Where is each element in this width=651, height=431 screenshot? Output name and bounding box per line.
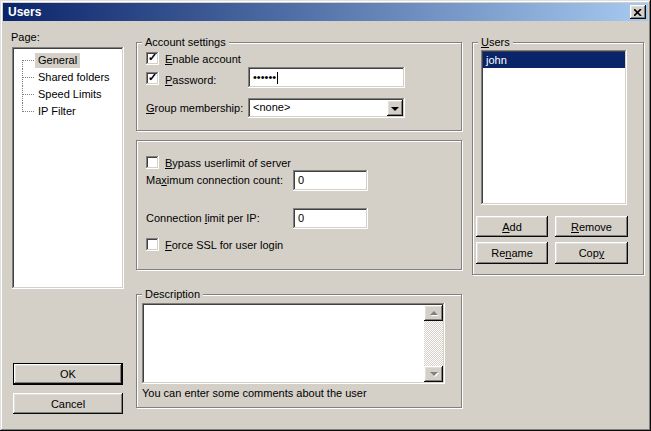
user-name: john xyxy=(486,54,507,66)
rename-button[interactable]: Rename xyxy=(476,242,548,264)
max-connection-value: 0 xyxy=(298,174,304,186)
scroll-up-button[interactable] xyxy=(424,305,443,321)
tree-item-label: General xyxy=(35,53,80,68)
group-membership-value: <none> xyxy=(253,101,290,113)
users-legend: Users xyxy=(478,36,513,48)
max-connection-label: Maximum connection count: xyxy=(146,170,283,191)
tree-item-shared-folders[interactable]: Shared folders xyxy=(12,69,124,86)
arrow-down-icon xyxy=(430,372,438,376)
tree-item-ip-filter[interactable]: IP Filter xyxy=(12,103,124,120)
group-membership-label: Group membership: xyxy=(146,102,243,114)
close-icon xyxy=(634,9,642,16)
connection-limit-ip-value: 0 xyxy=(298,212,304,224)
bypass-userlimit-checkbox[interactable] xyxy=(146,156,159,169)
enable-account-label: Enable account xyxy=(165,53,241,65)
description-textarea[interactable] xyxy=(142,303,445,384)
description-caption: You can enter some comments about the us… xyxy=(142,387,367,399)
scroll-down-button[interactable] xyxy=(424,366,443,382)
users-listbox[interactable]: john xyxy=(481,50,627,205)
tree-item-speed-limits[interactable]: Speed Limits xyxy=(12,86,124,103)
max-connection-input[interactable]: 0 xyxy=(293,170,368,191)
connection-limit-ip-input[interactable]: 0 xyxy=(293,208,368,229)
password-input[interactable]: •••••• xyxy=(248,67,405,88)
arrow-up-icon xyxy=(430,311,438,315)
ok-button[interactable]: OK xyxy=(13,363,123,385)
password-label: Password: xyxy=(165,74,216,86)
connection-limit-ip-label: Connection limit per IP: xyxy=(146,208,260,229)
password-value: •••••• xyxy=(253,71,276,83)
user-list-item[interactable]: john xyxy=(483,52,625,68)
group-membership-select[interactable]: <none> xyxy=(248,98,405,118)
dropdown-button[interactable] xyxy=(387,100,403,116)
page-label: Page: xyxy=(11,31,40,43)
text-cursor xyxy=(277,72,278,84)
vertical-scrollbar[interactable] xyxy=(424,305,443,382)
copy-button[interactable]: Copy xyxy=(555,242,628,264)
tree-item-label: Speed Limits xyxy=(35,87,105,102)
remove-button[interactable]: Remove xyxy=(555,216,628,237)
password-checkbox[interactable] xyxy=(146,72,159,85)
tree-item-general[interactable]: General xyxy=(12,52,124,69)
enable-account-checkbox[interactable] xyxy=(146,52,159,65)
account-settings-legend: Account settings xyxy=(142,36,229,48)
chevron-down-icon xyxy=(391,107,399,111)
cancel-button[interactable]: Cancel xyxy=(13,393,123,414)
page-tree[interactable]: General Shared folders Speed Limits IP F… xyxy=(12,47,124,289)
users-dialog: Users Page: General Shared folders Speed… xyxy=(0,0,651,431)
bypass-userlimit-label: Bypass userlimit of server xyxy=(165,157,291,169)
close-button[interactable] xyxy=(630,5,646,19)
force-ssl-checkbox[interactable] xyxy=(146,238,159,251)
description-legend: Description xyxy=(142,288,203,300)
force-ssl-label: Force SSL for user login xyxy=(165,239,283,251)
tree-item-label: IP Filter xyxy=(35,104,79,119)
title-bar: Users xyxy=(3,3,648,21)
tree-item-label: Shared folders xyxy=(35,70,113,85)
window-title: Users xyxy=(8,5,41,19)
add-button[interactable]: Add xyxy=(476,216,548,237)
